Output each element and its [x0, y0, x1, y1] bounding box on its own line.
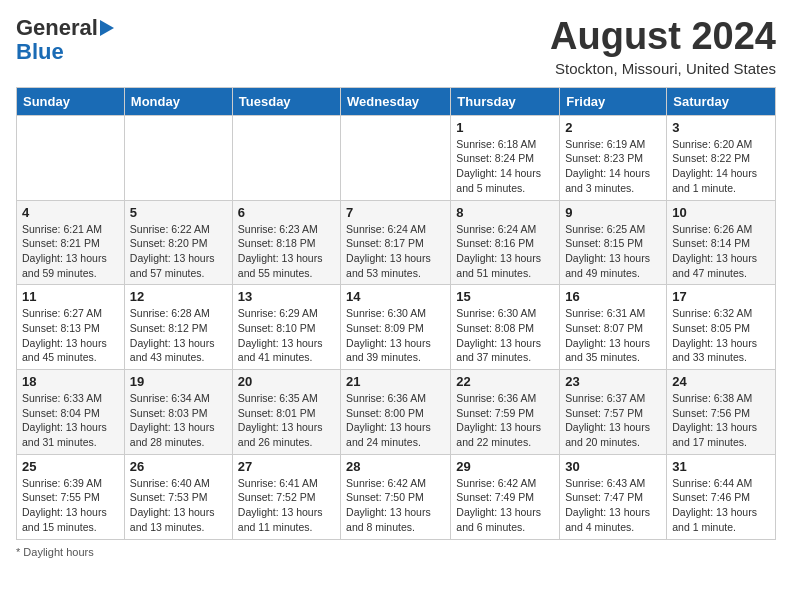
calendar-cell: 26Sunrise: 6:40 AMSunset: 7:53 PMDayligh…: [124, 454, 232, 539]
calendar-header-monday: Monday: [124, 87, 232, 115]
day-info: Sunrise: 6:31 AMSunset: 8:07 PMDaylight:…: [565, 306, 661, 365]
month-title: August 2024: [550, 16, 776, 58]
calendar-cell: 18Sunrise: 6:33 AMSunset: 8:04 PMDayligh…: [17, 370, 125, 455]
day-number: 25: [22, 459, 119, 474]
header: General Blue August 2024 Stockton, Misso…: [16, 16, 776, 77]
day-number: 16: [565, 289, 661, 304]
day-info: Sunrise: 6:38 AMSunset: 7:56 PMDaylight:…: [672, 391, 770, 450]
day-info: Sunrise: 6:37 AMSunset: 7:57 PMDaylight:…: [565, 391, 661, 450]
day-info: Sunrise: 6:35 AMSunset: 8:01 PMDaylight:…: [238, 391, 335, 450]
location-title: Stockton, Missouri, United States: [550, 60, 776, 77]
day-number: 1: [456, 120, 554, 135]
day-info: Sunrise: 6:29 AMSunset: 8:10 PMDaylight:…: [238, 306, 335, 365]
day-info: Sunrise: 6:43 AMSunset: 7:47 PMDaylight:…: [565, 476, 661, 535]
day-info: Sunrise: 6:28 AMSunset: 8:12 PMDaylight:…: [130, 306, 227, 365]
calendar-week-3: 11Sunrise: 6:27 AMSunset: 8:13 PMDayligh…: [17, 285, 776, 370]
logo-arrow-icon: [100, 20, 114, 36]
calendar-table: SundayMondayTuesdayWednesdayThursdayFrid…: [16, 87, 776, 540]
logo-blue-text: Blue: [16, 40, 64, 64]
day-number: 31: [672, 459, 770, 474]
day-number: 2: [565, 120, 661, 135]
calendar-week-2: 4Sunrise: 6:21 AMSunset: 8:21 PMDaylight…: [17, 200, 776, 285]
calendar-cell: 12Sunrise: 6:28 AMSunset: 8:12 PMDayligh…: [124, 285, 232, 370]
day-info: Sunrise: 6:30 AMSunset: 8:08 PMDaylight:…: [456, 306, 554, 365]
day-number: 6: [238, 205, 335, 220]
calendar-cell: 14Sunrise: 6:30 AMSunset: 8:09 PMDayligh…: [341, 285, 451, 370]
calendar-cell: [17, 115, 125, 200]
day-number: 14: [346, 289, 445, 304]
day-number: 15: [456, 289, 554, 304]
day-info: Sunrise: 6:24 AMSunset: 8:17 PMDaylight:…: [346, 222, 445, 281]
day-number: 17: [672, 289, 770, 304]
calendar-header-saturday: Saturday: [667, 87, 776, 115]
calendar-cell: 27Sunrise: 6:41 AMSunset: 7:52 PMDayligh…: [232, 454, 340, 539]
day-number: 5: [130, 205, 227, 220]
calendar-cell: 28Sunrise: 6:42 AMSunset: 7:50 PMDayligh…: [341, 454, 451, 539]
calendar-cell: 21Sunrise: 6:36 AMSunset: 8:00 PMDayligh…: [341, 370, 451, 455]
calendar-cell: 22Sunrise: 6:36 AMSunset: 7:59 PMDayligh…: [451, 370, 560, 455]
day-info: Sunrise: 6:33 AMSunset: 8:04 PMDaylight:…: [22, 391, 119, 450]
day-info: Sunrise: 6:40 AMSunset: 7:53 PMDaylight:…: [130, 476, 227, 535]
calendar-cell: 30Sunrise: 6:43 AMSunset: 7:47 PMDayligh…: [560, 454, 667, 539]
calendar-cell: 9Sunrise: 6:25 AMSunset: 8:15 PMDaylight…: [560, 200, 667, 285]
day-number: 9: [565, 205, 661, 220]
calendar-header-row: SundayMondayTuesdayWednesdayThursdayFrid…: [17, 87, 776, 115]
calendar-cell: 5Sunrise: 6:22 AMSunset: 8:20 PMDaylight…: [124, 200, 232, 285]
calendar-cell: 17Sunrise: 6:32 AMSunset: 8:05 PMDayligh…: [667, 285, 776, 370]
calendar-cell: 6Sunrise: 6:23 AMSunset: 8:18 PMDaylight…: [232, 200, 340, 285]
calendar-cell: 1Sunrise: 6:18 AMSunset: 8:24 PMDaylight…: [451, 115, 560, 200]
calendar-cell: 24Sunrise: 6:38 AMSunset: 7:56 PMDayligh…: [667, 370, 776, 455]
day-info: Sunrise: 6:36 AMSunset: 8:00 PMDaylight:…: [346, 391, 445, 450]
calendar-week-4: 18Sunrise: 6:33 AMSunset: 8:04 PMDayligh…: [17, 370, 776, 455]
day-info: Sunrise: 6:44 AMSunset: 7:46 PMDaylight:…: [672, 476, 770, 535]
day-info: Sunrise: 6:42 AMSunset: 7:50 PMDaylight:…: [346, 476, 445, 535]
calendar-cell: 7Sunrise: 6:24 AMSunset: 8:17 PMDaylight…: [341, 200, 451, 285]
day-info: Sunrise: 6:36 AMSunset: 7:59 PMDaylight:…: [456, 391, 554, 450]
day-number: 30: [565, 459, 661, 474]
day-info: Sunrise: 6:39 AMSunset: 7:55 PMDaylight:…: [22, 476, 119, 535]
day-number: 12: [130, 289, 227, 304]
day-info: Sunrise: 6:30 AMSunset: 8:09 PMDaylight:…: [346, 306, 445, 365]
calendar-cell: 15Sunrise: 6:30 AMSunset: 8:08 PMDayligh…: [451, 285, 560, 370]
day-number: 11: [22, 289, 119, 304]
calendar-cell: 13Sunrise: 6:29 AMSunset: 8:10 PMDayligh…: [232, 285, 340, 370]
day-number: 7: [346, 205, 445, 220]
footer-note: * Daylight hours: [16, 546, 776, 558]
day-number: 27: [238, 459, 335, 474]
day-info: Sunrise: 6:21 AMSunset: 8:21 PMDaylight:…: [22, 222, 119, 281]
day-number: 29: [456, 459, 554, 474]
calendar-cell: 25Sunrise: 6:39 AMSunset: 7:55 PMDayligh…: [17, 454, 125, 539]
calendar-cell: [232, 115, 340, 200]
day-info: Sunrise: 6:20 AMSunset: 8:22 PMDaylight:…: [672, 137, 770, 196]
day-number: 23: [565, 374, 661, 389]
calendar-header-sunday: Sunday: [17, 87, 125, 115]
day-number: 4: [22, 205, 119, 220]
day-info: Sunrise: 6:25 AMSunset: 8:15 PMDaylight:…: [565, 222, 661, 281]
day-info: Sunrise: 6:24 AMSunset: 8:16 PMDaylight:…: [456, 222, 554, 281]
day-number: 18: [22, 374, 119, 389]
day-number: 10: [672, 205, 770, 220]
calendar-header-tuesday: Tuesday: [232, 87, 340, 115]
calendar-cell: 23Sunrise: 6:37 AMSunset: 7:57 PMDayligh…: [560, 370, 667, 455]
day-number: 3: [672, 120, 770, 135]
day-info: Sunrise: 6:22 AMSunset: 8:20 PMDaylight:…: [130, 222, 227, 281]
day-number: 22: [456, 374, 554, 389]
logo: General Blue: [16, 16, 114, 64]
day-info: Sunrise: 6:23 AMSunset: 8:18 PMDaylight:…: [238, 222, 335, 281]
day-number: 26: [130, 459, 227, 474]
calendar-header-thursday: Thursday: [451, 87, 560, 115]
day-number: 13: [238, 289, 335, 304]
calendar-cell: [124, 115, 232, 200]
calendar-cell: 8Sunrise: 6:24 AMSunset: 8:16 PMDaylight…: [451, 200, 560, 285]
calendar-cell: 19Sunrise: 6:34 AMSunset: 8:03 PMDayligh…: [124, 370, 232, 455]
day-info: Sunrise: 6:41 AMSunset: 7:52 PMDaylight:…: [238, 476, 335, 535]
calendar-cell: 10Sunrise: 6:26 AMSunset: 8:14 PMDayligh…: [667, 200, 776, 285]
day-info: Sunrise: 6:26 AMSunset: 8:14 PMDaylight:…: [672, 222, 770, 281]
calendar-cell: 3Sunrise: 6:20 AMSunset: 8:22 PMDaylight…: [667, 115, 776, 200]
day-info: Sunrise: 6:18 AMSunset: 8:24 PMDaylight:…: [456, 137, 554, 196]
calendar-cell: [341, 115, 451, 200]
calendar-cell: 16Sunrise: 6:31 AMSunset: 8:07 PMDayligh…: [560, 285, 667, 370]
calendar-week-5: 25Sunrise: 6:39 AMSunset: 7:55 PMDayligh…: [17, 454, 776, 539]
day-number: 28: [346, 459, 445, 474]
day-number: 21: [346, 374, 445, 389]
